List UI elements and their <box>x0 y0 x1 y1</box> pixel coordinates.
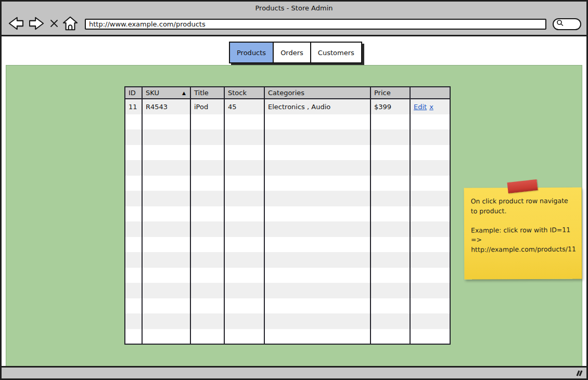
column-header-price[interactable]: Price <box>370 87 410 99</box>
product-row[interactable]: 11R4543iPod45Electronics , Audio$399Edit… <box>125 99 451 114</box>
magnifier-icon <box>556 19 564 29</box>
column-header-sku[interactable]: SKU▲ <box>142 87 190 99</box>
cell <box>125 298 142 314</box>
cell <box>142 114 190 130</box>
tab-products[interactable]: Products <box>229 42 274 63</box>
resize-grip-icon[interactable] <box>574 369 583 377</box>
cell <box>264 129 370 145</box>
empty-row <box>125 221 451 237</box>
cell <box>190 160 224 176</box>
cell <box>410 237 451 253</box>
cell <box>190 329 224 345</box>
cell <box>190 114 224 130</box>
window-title: Products - Store Admin <box>255 4 333 12</box>
empty-row <box>125 176 451 191</box>
cell <box>142 329 190 345</box>
empty-row <box>125 283 451 298</box>
cell <box>224 176 264 191</box>
cell: iPod <box>190 99 224 114</box>
cell <box>264 298 370 314</box>
empty-row <box>125 313 451 329</box>
cell <box>190 313 224 329</box>
cell <box>264 176 370 191</box>
cell <box>142 145 190 161</box>
cell <box>410 298 451 314</box>
cell <box>264 252 370 268</box>
cell: R4543 <box>142 99 190 114</box>
content-area: IDSKU▲TitleStockCategoriesPrice 11R4543i… <box>6 65 582 368</box>
cell <box>264 283 370 298</box>
cell <box>125 252 142 268</box>
url-input[interactable] <box>85 19 546 30</box>
cell <box>264 268 370 283</box>
home-icon <box>62 16 78 33</box>
cell <box>224 329 264 345</box>
empty-row <box>125 252 451 268</box>
cell <box>370 176 410 191</box>
cell <box>264 329 370 345</box>
empty-row <box>125 298 451 314</box>
cell <box>410 206 451 222</box>
nav-tabs: Products Orders Customers <box>229 42 362 63</box>
window-titlebar: Products - Store Admin <box>2 2 586 14</box>
cell <box>370 206 410 222</box>
sort-asc-triangle[interactable]: ▲ <box>182 91 186 96</box>
column-header-categories[interactable]: Categories <box>264 87 370 99</box>
cell <box>370 329 410 345</box>
stop-button[interactable] <box>49 19 59 30</box>
cell <box>264 237 370 253</box>
cell <box>370 221 410 237</box>
column-header-title[interactable]: Title <box>190 87 224 99</box>
cell <box>370 145 410 161</box>
cell <box>224 206 264 222</box>
cell <box>142 191 190 206</box>
cell <box>190 252 224 268</box>
edit-link[interactable]: Edit <box>414 103 427 111</box>
cell <box>190 268 224 283</box>
cell <box>410 252 451 268</box>
column-header-actions[interactable] <box>410 87 451 99</box>
cell <box>142 298 190 314</box>
cell <box>125 221 142 237</box>
cell: $399 <box>370 99 410 114</box>
cell <box>410 268 451 283</box>
cell: Editx <box>410 99 451 114</box>
cell <box>190 191 224 206</box>
search-button[interactable] <box>553 18 581 30</box>
cell <box>370 191 410 206</box>
cell <box>224 268 264 283</box>
back-button[interactable] <box>7 16 24 32</box>
cell <box>125 191 142 206</box>
cell <box>142 206 190 222</box>
cell <box>190 221 224 237</box>
column-header-stock[interactable]: Stock <box>224 87 264 99</box>
status-bar <box>2 366 586 378</box>
cell <box>410 160 451 176</box>
forward-arrow-icon <box>28 16 46 32</box>
cell <box>410 114 451 130</box>
delete-link[interactable]: x <box>429 103 433 111</box>
cell <box>190 206 224 222</box>
cell <box>125 114 142 130</box>
cell <box>190 129 224 145</box>
cell <box>410 221 451 237</box>
stop-x-icon <box>49 19 59 30</box>
tab-customers[interactable]: Customers <box>310 42 362 63</box>
cell <box>264 313 370 329</box>
sticky-note: On click product row navigate to product… <box>464 187 582 279</box>
cell <box>125 129 142 145</box>
tape-icon <box>507 179 538 193</box>
column-header-id[interactable]: ID <box>125 87 142 99</box>
cell <box>125 145 142 161</box>
cell <box>224 313 264 329</box>
tab-orders[interactable]: Orders <box>273 42 311 63</box>
cell <box>125 313 142 329</box>
cell <box>370 237 410 253</box>
cell <box>190 283 224 298</box>
cell <box>125 268 142 283</box>
browser-chrome: Products - Store Admin <box>2 2 586 36</box>
forward-button[interactable] <box>28 16 46 32</box>
cell <box>224 145 264 161</box>
empty-row <box>125 129 451 145</box>
home-button[interactable] <box>62 16 78 33</box>
